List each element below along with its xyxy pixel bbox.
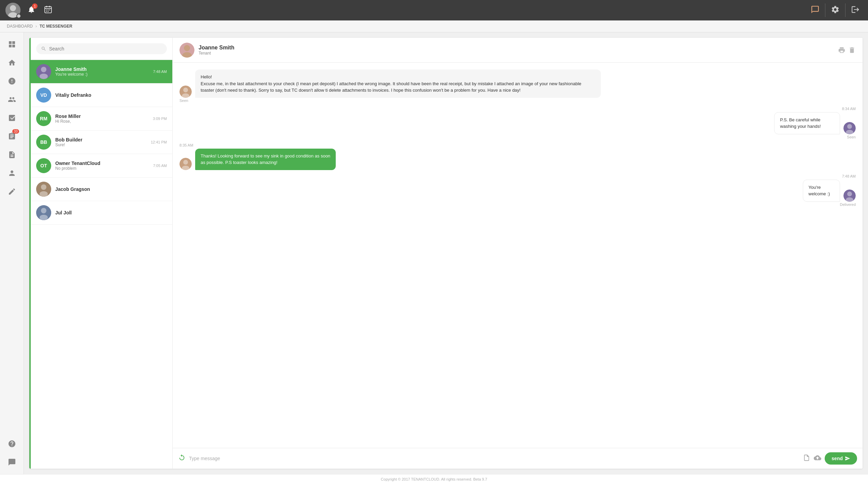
contact-name: Rose Miller — [55, 114, 149, 119]
message-bubble: You're welcome :) — [803, 180, 840, 202]
svg-rect-7 — [46, 10, 47, 10]
message-row: You're welcome :) — [794, 180, 856, 202]
delete-icon[interactable] — [848, 46, 856, 54]
nav-tasks[interactable]: 33 — [3, 128, 20, 145]
chat-header: Joanne Smith Tenant — [173, 38, 863, 63]
nav-users[interactable] — [3, 165, 20, 182]
svg-point-19 — [41, 208, 46, 213]
svg-point-13 — [41, 67, 46, 72]
contact-item-jul-joll[interactable]: Jul Joll — [31, 201, 172, 225]
message-time: 8:34 AM — [842, 107, 856, 111]
svg-point-14 — [40, 74, 48, 79]
main-area: 33 — [0, 32, 868, 474]
contact-item-vitaliy-defranko[interactable]: VD Vitaliy Defranko — [31, 84, 172, 107]
contact-avatar: VD — [36, 88, 51, 103]
svg-point-31 — [183, 160, 188, 165]
search-area — [31, 38, 172, 60]
attachment-file-icon[interactable] — [803, 454, 810, 463]
svg-point-28 — [847, 124, 852, 129]
chat-contact-name: Joanne Smith — [199, 45, 234, 51]
contact-preview: No problem — [55, 166, 149, 171]
contact-item-joanne-smith[interactable]: Joanne Smith You're welcome :) 7:48 AM — [31, 60, 172, 84]
contact-time: 12:41 PM — [151, 140, 167, 144]
breadcrumb: DASHBOARD › TC MESSENGER — [0, 20, 868, 32]
message-group: 7:48 AM You're welcome :) Delivered — [179, 174, 856, 207]
logout-nav-icon[interactable] — [848, 2, 863, 18]
svg-rect-10 — [46, 11, 47, 12]
svg-rect-9 — [49, 10, 50, 10]
search-box — [36, 43, 167, 54]
message-time: 7:48 AM — [842, 174, 856, 178]
contact-item-owner-tenantcloud[interactable]: OT Owner TenantCloud No problem 7:05 AM — [31, 154, 172, 178]
message-avatar — [179, 158, 192, 170]
chat-header-info: Joanne Smith Tenant — [199, 45, 234, 56]
nav-support[interactable] — [3, 454, 20, 471]
message-status: Delivered — [840, 202, 856, 207]
contact-name: Joanne Smith — [55, 66, 149, 72]
contact-avatar — [36, 205, 51, 220]
top-nav-left: 1 — [5, 3, 54, 18]
nav-edit[interactable] — [3, 183, 20, 200]
content-area: Joanne Smith You're welcome :) 7:48 AMVD… — [29, 38, 863, 469]
message-input[interactable] — [189, 453, 799, 464]
message-avatar — [179, 86, 192, 98]
notification-badge: 1 — [32, 3, 38, 9]
contact-avatar: RM — [36, 111, 51, 126]
nav-help[interactable] — [3, 435, 20, 452]
nav-payments[interactable] — [3, 73, 20, 90]
breadcrumb-separator: › — [35, 24, 37, 29]
contact-name: Vitaliy Defranko — [55, 92, 167, 98]
contact-name: Bob Builder — [55, 137, 147, 142]
nav-divider — [825, 3, 825, 17]
svg-point-17 — [40, 191, 48, 197]
breadcrumb-home[interactable]: DASHBOARD — [7, 24, 33, 29]
nav-reports[interactable] — [3, 109, 20, 126]
messenger-left-panel: Joanne Smith You're welcome :) 7:48 AMVD… — [29, 38, 173, 469]
contact-info: Rose Miller Hi Rose, — [55, 114, 149, 124]
message-row: P.S. Be careful while washing your hands… — [746, 112, 856, 134]
nav-tenants[interactable] — [3, 91, 20, 108]
svg-rect-11 — [48, 11, 48, 12]
refresh-icon[interactable] — [178, 454, 186, 463]
nav-home[interactable] — [3, 54, 20, 71]
nav-grid[interactable] — [3, 36, 20, 53]
calendar-button[interactable] — [42, 4, 54, 17]
contact-info: Bob Builder Sure! — [55, 137, 147, 147]
send-button[interactable]: send — [825, 452, 857, 465]
attachment-cloud-icon[interactable] — [814, 454, 821, 463]
nav-documents[interactable] — [3, 146, 20, 163]
search-input[interactable] — [49, 46, 162, 51]
contact-info: Owner TenantCloud No problem — [55, 161, 149, 171]
messenger-nav-icon[interactable] — [808, 2, 822, 18]
contact-preview: Sure! — [55, 142, 147, 147]
settings-nav-icon[interactable] — [828, 2, 842, 18]
message-status: Seen — [179, 99, 188, 103]
contact-avatar — [36, 182, 51, 197]
chat-contact-role: Tenant — [199, 51, 234, 56]
contact-avatar: BB — [36, 135, 51, 150]
footer: Copyright © 2017 TENANTCLOUD. All rights… — [0, 474, 868, 484]
contact-time: 7:48 AM — [153, 70, 167, 74]
contact-avatar: OT — [36, 158, 51, 173]
print-icon[interactable] — [838, 46, 845, 54]
contact-item-bob-builder[interactable]: BB Bob Builder Sure! 12:41 PM — [31, 131, 172, 154]
contact-avatar — [36, 64, 51, 79]
contact-info: Jacob Gragson — [55, 186, 167, 192]
svg-rect-8 — [48, 10, 48, 10]
notifications-button[interactable]: 1 — [26, 4, 37, 16]
message-bubble: Thanks! Looking forward to see my sink i… — [195, 149, 336, 170]
breadcrumb-current: TC MESSENGER — [40, 24, 72, 29]
svg-point-34 — [847, 192, 852, 196]
contact-item-jacob-gragson[interactable]: Jacob Gragson — [31, 178, 172, 201]
svg-point-16 — [41, 184, 46, 190]
contact-time: 3:09 PM — [153, 117, 167, 121]
message-avatar — [843, 122, 856, 134]
search-icon — [41, 46, 46, 51]
contact-time: 7:05 AM — [153, 164, 167, 168]
message-group: 8:35 AM Thanks! Looking forward to see m… — [179, 143, 856, 170]
chat-header-avatar — [179, 43, 194, 58]
contact-item-rose-miller[interactable]: RM Rose Miller Hi Rose, 3:09 PM — [31, 107, 172, 131]
message-row: Thanks! Looking forward to see my sink i… — [179, 149, 414, 170]
chat-header-actions — [838, 46, 856, 54]
message-bubble: Hello!Excuse me, in the last attachment … — [195, 70, 601, 98]
